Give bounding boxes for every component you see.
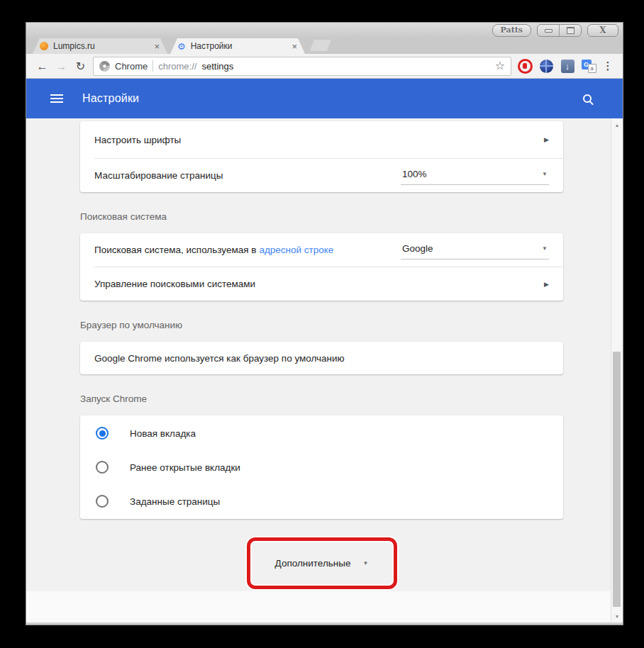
url-scheme-text: chrome:// [158, 61, 196, 72]
page-zoom-select[interactable]: 100% ▼ [401, 167, 549, 185]
settings-column: Настроить шрифты ▶ Масштабирование стран… [80, 118, 563, 589]
scroll-up-icon[interactable]: ▲ [611, 123, 623, 128]
manage-search-engines-row[interactable]: Управление поисковыми системами ▶ [80, 267, 563, 301]
advanced-button-label: Дополнительные [275, 558, 351, 569]
section-heading-search-engine: Поисковая система [80, 211, 563, 223]
reload-button[interactable]: ↻ [71, 57, 90, 76]
screenshot-stage: Patts X Lumpics.ru × [0, 0, 644, 648]
tab-strip: Lumpics.ru × ⚙ Настройки × [26, 38, 623, 54]
url-page-text: settings [201, 61, 233, 72]
browser-window: Patts X Lumpics.ru × [26, 22, 623, 625]
advanced-button-area: Дополнительные ▼ [80, 537, 563, 589]
close-button[interactable]: X [588, 25, 618, 36]
gear-favicon-icon: ⚙ [177, 42, 186, 51]
radio-label: Ранее открытые вкладки [130, 462, 240, 473]
maximize-icon [567, 27, 574, 34]
scroll-down-icon[interactable]: ▼ [611, 614, 623, 619]
search-engine-row: Поисковая система, используемая в адресн… [80, 233, 563, 267]
back-button[interactable]: ← [33, 57, 52, 76]
status-text: Google Chrome используется как браузер п… [94, 353, 345, 364]
browser-toolbar: ← → ↻ Chrome chrome://settings ☆ ↓ G [26, 54, 623, 79]
startup-option-continue[interactable]: Ранее открытые вкладки [80, 450, 563, 484]
bookmark-star-icon[interactable]: ☆ [495, 60, 505, 72]
chevron-right-icon: ▶ [544, 281, 549, 288]
radio-button[interactable] [96, 495, 109, 508]
forward-button[interactable]: → [52, 57, 71, 76]
search-engine-select[interactable]: Google ▼ [401, 241, 549, 259]
row-label: Поисковая система, используемая в [94, 245, 256, 255]
row-label: Управление поисковыми системами [94, 279, 255, 289]
default-browser-card: Google Chrome используется как браузер п… [80, 342, 563, 374]
radio-label: Новая вкладка [130, 428, 196, 439]
appearance-card: Настроить шрифты ▶ Масштабирование стран… [80, 121, 563, 192]
search-engine-card: Поисковая система, используемая в адресн… [80, 233, 563, 301]
select-value: Google [402, 243, 433, 254]
browser-menu-button[interactable]: ⋮ [599, 60, 616, 72]
page-title: Настройки [82, 92, 139, 105]
translate-icon: G a [582, 60, 596, 73]
translate-small-letter: a [588, 64, 596, 73]
tab-lumpics[interactable]: Lumpics.ru × [33, 38, 167, 54]
row-label: Настроить шрифты [94, 135, 181, 145]
address-bar-link[interactable]: адресной строке [259, 245, 333, 255]
radio-label: Заданные страницы [130, 496, 220, 507]
hamburger-menu-icon[interactable] [50, 94, 63, 103]
address-bar[interactable]: Chrome chrome://settings ☆ [93, 57, 511, 76]
tab-close-icon[interactable]: × [153, 42, 160, 51]
startup-card: Новая вкладка Ранее открытые вкладки Зад… [80, 415, 563, 519]
section-heading-default-browser: Браузер по умолчанию [80, 319, 563, 332]
scrollbar-thumb[interactable] [613, 352, 621, 607]
minimize-button[interactable] [538, 25, 559, 36]
close-control: X [587, 24, 618, 37]
advanced-button[interactable]: Дополнительные ▼ [271, 557, 373, 569]
chevron-down-icon: ▼ [362, 560, 368, 566]
new-tab-button[interactable] [310, 40, 331, 51]
url-separator [152, 60, 153, 72]
titlebar-app-button[interactable]: Patts [492, 24, 531, 37]
window-titlebar[interactable]: Patts X [26, 23, 623, 38]
search-icon[interactable] [582, 94, 594, 105]
page-zoom-row: Масштабирование страницы 100% ▼ [80, 159, 563, 192]
translate-extension-button[interactable]: G a [578, 60, 599, 73]
download-arrow-icon: ↓ [561, 60, 574, 73]
chrome-badge-icon [99, 61, 110, 72]
adblock-extension-button[interactable] [514, 59, 535, 74]
radio-button[interactable] [96, 461, 109, 474]
radio-button[interactable] [96, 427, 109, 440]
chevron-down-icon: ▼ [542, 245, 548, 252]
section-heading-startup: Запуск Chrome [80, 393, 563, 406]
tab-label: Lumpics.ru [53, 41, 148, 51]
content-bottom-strip [26, 591, 611, 622]
lumpics-favicon-icon [40, 42, 48, 50]
window-controls [537, 24, 582, 37]
startup-option-specific-pages[interactable]: Заданные страницы [80, 484, 563, 518]
tab-close-icon[interactable]: × [291, 42, 298, 51]
chevron-down-icon: ▼ [542, 171, 548, 177]
startup-option-new-tab[interactable]: Новая вкладка [80, 416, 563, 450]
chevron-right-icon: ▶ [544, 136, 549, 143]
page-scrollbar[interactable]: ▲ ▼ [611, 118, 623, 622]
close-icon: X [599, 26, 606, 35]
default-browser-status-row: Google Chrome используется как браузер п… [80, 342, 563, 374]
minimize-icon [545, 29, 553, 33]
stop-hand-icon [518, 59, 533, 74]
proxy-extension-button[interactable] [535, 60, 557, 73]
globe-icon [540, 60, 553, 73]
red-highlight-annotation: Дополнительные ▼ [247, 537, 397, 589]
select-value: 100% [402, 169, 427, 179]
tab-settings[interactable]: ⚙ Настройки × [170, 38, 305, 54]
row-label: Масштабирование страницы [94, 170, 223, 181]
maximize-button[interactable] [559, 25, 581, 36]
tab-label: Настройки [191, 41, 287, 51]
customize-fonts-row[interactable]: Настроить шрифты ▶ [80, 121, 563, 158]
settings-header: Настройки [26, 79, 623, 118]
site-badge-label: Chrome [115, 61, 148, 72]
download-extension-button[interactable]: ↓ [557, 60, 578, 73]
settings-content: Настроить шрифты ▶ Масштабирование стран… [26, 118, 623, 622]
